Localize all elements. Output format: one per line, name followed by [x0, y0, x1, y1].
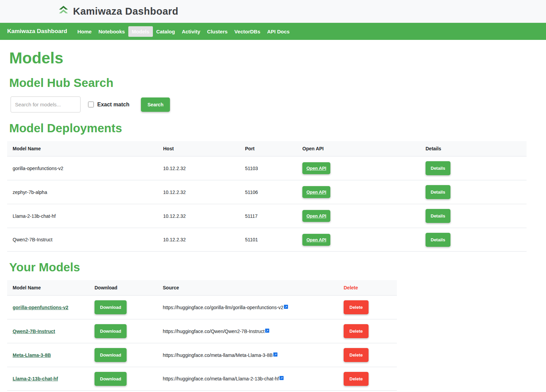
delete-button[interactable]: Delete [344, 348, 369, 362]
nav-item-models[interactable]: Models [128, 26, 153, 37]
your-models-table-header: Model Name Download Source Delete [7, 280, 397, 295]
nav-item-notebooks[interactable]: Notebooks [95, 26, 128, 37]
top-header: Kamiwaza Dashboard [0, 0, 546, 23]
nav-item-catalog[interactable]: Catalog [153, 26, 178, 37]
main-content: Models Model Hub Search Exact match Sear… [0, 49, 546, 391]
kamiwaza-logo-icon [58, 5, 69, 17]
model-hub-search-row: Exact match Search [11, 96, 539, 112]
col-header-details: Details [426, 146, 521, 151]
nav-item-vectordbs[interactable]: VectorDBs [231, 26, 264, 37]
external-link-icon[interactable]: ↗ [284, 305, 288, 309]
deployment-host: 10.12.2.32 [163, 213, 245, 219]
nav-item-activity[interactable]: Activity [178, 26, 204, 37]
deployment-model-name: Llama-2-13b-chat-hf [13, 213, 163, 219]
details-button[interactable]: Details [426, 209, 450, 223]
model-name-link[interactable]: Meta-Llama-3-8B [13, 352, 51, 358]
col-header-source: Source [163, 285, 344, 290]
deployment-port: 51101 [245, 237, 302, 242]
download-button[interactable]: Download [95, 300, 127, 314]
nav-item-clusters[interactable]: Clusters [204, 26, 231, 37]
col-header-open-api: Open API [302, 146, 426, 151]
page-title: Models [9, 49, 539, 67]
table-row: zephyr-7b-alpha 10.12.2.32 51106 Open AP… [7, 180, 527, 204]
open-api-button[interactable]: Open API [302, 234, 330, 246]
model-name-link[interactable]: Llama-2-13b-chat-hf [13, 376, 58, 381]
deployment-port: 51106 [245, 190, 302, 195]
col-header-port: Port [245, 146, 302, 151]
delete-button[interactable]: Delete [344, 300, 369, 314]
deployment-host: 10.12.2.32 [163, 190, 245, 195]
download-button[interactable]: Download [95, 324, 127, 338]
deployment-port: 51117 [245, 213, 302, 219]
delete-button[interactable]: Delete [344, 372, 369, 386]
table-row: gorilla-openfunctions-v2 10.12.2.32 5110… [7, 156, 527, 180]
external-link-icon[interactable]: ↗ [265, 329, 269, 333]
col-header-host: Host [163, 146, 245, 151]
table-row: gorilla-openfunctions-v2 Download https:… [7, 295, 397, 319]
table-row: Meta-Llama-3-8B Download https://hugging… [7, 343, 397, 367]
deployment-port: 51103 [245, 166, 302, 171]
col-header-model-name: Model Name [13, 146, 163, 151]
your-models-table: Model Name Download Source Delete gorill… [7, 280, 397, 391]
col-header-model-name: Model Name [13, 285, 95, 290]
details-button[interactable]: Details [426, 185, 450, 199]
col-header-delete: Delete [344, 285, 391, 290]
model-source-url: https://huggingface.co/gorilla-llm/goril… [163, 305, 283, 310]
details-button[interactable]: Details [426, 161, 450, 175]
download-button[interactable]: Download [95, 348, 127, 362]
main-navbar: Kamiwaza Dashboard Home Notebooks Models… [0, 23, 546, 40]
model-name-link[interactable]: Qwen2-7B-Instruct [13, 329, 55, 334]
deployment-model-name: zephyr-7b-alpha [13, 190, 163, 195]
open-api-button[interactable]: Open API [302, 162, 330, 174]
details-button[interactable]: Details [426, 233, 450, 247]
model-deployments-heading: Model Deployments [9, 121, 539, 135]
external-link-icon[interactable]: ↗ [279, 376, 284, 380]
nav-item-home[interactable]: Home [74, 26, 95, 37]
model-source-url: https://huggingface.co/meta-llama/Llama-… [163, 376, 279, 381]
table-row: Llama-2-13b-chat-hf 10.12.2.32 51117 Ope… [7, 204, 527, 228]
open-api-button[interactable]: Open API [302, 210, 330, 222]
table-row: Qwen2-7B-Instruct 10.12.2.32 51101 Open … [7, 228, 527, 252]
col-header-download: Download [95, 285, 163, 290]
deployment-host: 10.12.2.32 [163, 166, 245, 171]
deployment-host: 10.12.2.32 [163, 237, 245, 242]
external-link-icon[interactable]: ↗ [273, 352, 277, 357]
deployments-table: Model Name Host Port Open API Details go… [7, 141, 527, 252]
download-button[interactable]: Download [95, 372, 127, 386]
delete-button[interactable]: Delete [344, 324, 369, 338]
exact-match-label: Exact match [97, 102, 129, 108]
deployment-model-name: gorilla-openfunctions-v2 [13, 166, 163, 171]
table-row: Llama-2-13b-chat-hf Download https://hug… [7, 367, 397, 391]
model-name-link[interactable]: gorilla-openfunctions-v2 [13, 305, 68, 310]
deployments-table-header: Model Name Host Port Open API Details [7, 141, 527, 156]
table-row: Qwen2-7B-Instruct Download https://huggi… [7, 319, 397, 343]
search-button[interactable]: Search [141, 97, 170, 112]
nav-item-api-docs[interactable]: API Docs [264, 26, 293, 37]
model-search-input[interactable] [11, 96, 81, 112]
navbar-brand[interactable]: Kamiwaza Dashboard [7, 28, 67, 35]
exact-match-checkbox[interactable] [88, 102, 94, 107]
model-hub-search-heading: Model Hub Search [9, 76, 539, 90]
deployment-model-name: Qwen2-7B-Instruct [13, 237, 163, 242]
model-source-url: https://huggingface.co/meta-llama/Meta-L… [163, 352, 273, 358]
model-source-url: https://huggingface.co/Qwen/Qwen2-7B-Ins… [163, 329, 264, 334]
open-api-button[interactable]: Open API [302, 186, 330, 198]
brand-title: Kamiwaza Dashboard [73, 6, 178, 17]
your-models-heading: Your Models [9, 260, 539, 274]
